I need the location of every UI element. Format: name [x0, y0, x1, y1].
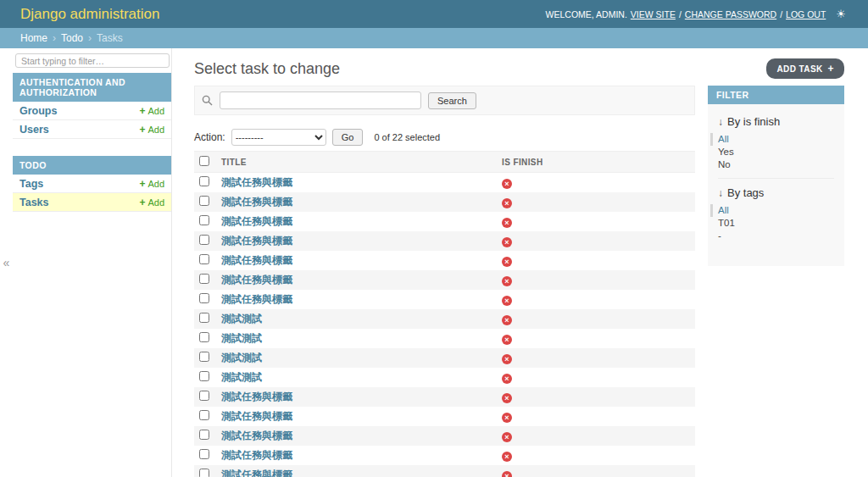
column-header-is-finish[interactable]: IS FINISH	[497, 152, 695, 173]
tags-link[interactable]: Tags	[19, 178, 43, 190]
task-title-link[interactable]: 測試任務與標籤	[221, 410, 292, 422]
sidebar-item-groups[interactable]: Groups + Add	[13, 102, 171, 120]
search-input[interactable]	[220, 92, 421, 109]
row-select-cell	[194, 368, 216, 387]
filter-option-all-link[interactable]: All	[718, 134, 729, 144]
sidebar-filter-input[interactable]	[15, 53, 170, 68]
row-select-checkbox[interactable]	[199, 293, 209, 303]
task-title-link[interactable]: 測試任務與標籤	[221, 176, 292, 188]
select-all-cell	[194, 152, 216, 173]
task-table-body: 測試任務與標籤×測試任務與標籤×測試任務與標籤×測試任務與標籤×測試任務與標籤×…	[194, 173, 695, 477]
row-select-checkbox[interactable]	[199, 371, 209, 381]
site-title[interactable]: Django administration	[20, 6, 159, 23]
task-title-link[interactable]: 測試任務與標籤	[221, 235, 292, 247]
link-separator: /	[780, 9, 782, 19]
add-task-button[interactable]: ADD TASK +	[766, 58, 844, 79]
row-select-cell	[194, 173, 216, 193]
groups-link[interactable]: Groups	[19, 105, 57, 117]
row-select-cell	[194, 387, 216, 407]
row-select-checkbox[interactable]	[199, 410, 209, 420]
row-select-checkbox[interactable]	[199, 352, 209, 362]
task-title-link[interactable]: 測試測試	[221, 332, 262, 344]
go-button[interactable]: Go	[332, 129, 364, 146]
filter-option: Yes	[718, 146, 834, 158]
row-select-checkbox[interactable]	[199, 176, 209, 186]
add-group-link[interactable]: + Add	[139, 105, 164, 117]
search-toolbar: Search	[194, 86, 695, 115]
task-title-link[interactable]: 測試任務與標籤	[221, 430, 292, 441]
row-select-cell	[194, 407, 216, 426]
task-title-cell: 測試任務與標籤	[216, 290, 497, 309]
sidebar-item-users[interactable]: Users + Add	[13, 120, 171, 139]
sidebar-item-tags[interactable]: Tags + Add	[13, 175, 171, 193]
theme-toggle-icon[interactable]: ☀	[836, 8, 846, 20]
row-select-checkbox[interactable]	[199, 274, 209, 284]
task-title-cell: 測試任務與標籤	[216, 231, 497, 251]
filter-heading-tags[interactable]: ↓ By tags	[718, 186, 834, 199]
filter-heading-is-finish[interactable]: ↓ By is finish	[718, 115, 834, 128]
page-body: « AUTHENTICATION AND AUTHORIZATION Group…	[0, 48, 868, 477]
is-finish-cell: ×	[497, 290, 695, 309]
is-finish-false-icon: ×	[502, 452, 512, 462]
breadcrumb-home-link[interactable]: Home	[20, 32, 47, 44]
logout-link[interactable]: LOG OUT	[786, 9, 826, 19]
search-button[interactable]: Search	[428, 92, 476, 109]
filter-option-all-link[interactable]: All	[718, 205, 729, 215]
task-title-link[interactable]: 測試測試	[221, 313, 262, 324]
task-title-link[interactable]: 測試任務與標籤	[221, 449, 292, 461]
row-select-checkbox[interactable]	[199, 313, 209, 323]
row-select-checkbox[interactable]	[199, 391, 209, 401]
filter-option-no-link[interactable]: No	[718, 159, 731, 169]
nav-sidebar-content: AUTHENTICATION AND AUTHORIZATION Groups …	[13, 48, 171, 477]
users-link[interactable]: Users	[19, 124, 49, 136]
row-select-checkbox[interactable]	[199, 235, 209, 245]
table-row: 測試任務與標籤×	[194, 465, 695, 477]
row-select-checkbox[interactable]	[199, 254, 209, 264]
task-title-link[interactable]: 測試任務與標籤	[221, 274, 292, 286]
filter-option-yes-link[interactable]: Yes	[718, 147, 734, 157]
row-select-checkbox[interactable]	[199, 196, 209, 206]
change-password-link[interactable]: CHANGE PASSWORD	[685, 9, 776, 19]
add-task-link[interactable]: + Add	[139, 197, 164, 208]
task-title-link[interactable]: 測試測試	[221, 371, 262, 383]
filter-options-is-finish: All Yes No	[718, 133, 834, 179]
is-finish-false-icon: ×	[502, 315, 512, 325]
results-table: TITLE IS FINISH 測試任務與標籤×測試任務與標籤×測試任務與標籤×…	[194, 151, 695, 477]
row-select-cell	[194, 426, 216, 446]
table-row: 測試測試×	[194, 309, 695, 329]
breadcrumb: Home › Todo › Tasks	[0, 28, 868, 48]
task-title-link[interactable]: 測試任務與標籤	[221, 391, 292, 402]
changelist: Search Action: --------- Go 0 of 22 sele…	[194, 86, 844, 477]
breadcrumb-todo-link[interactable]: Todo	[61, 32, 83, 44]
row-select-cell	[194, 329, 216, 348]
task-title-link[interactable]: 測試測試	[221, 352, 262, 363]
add-tag-link[interactable]: + Add	[139, 178, 164, 190]
add-user-link[interactable]: + Add	[139, 124, 164, 136]
filter-option-t01-link[interactable]: T01	[718, 218, 735, 228]
sidebar-item-tasks[interactable]: Tasks + Add	[13, 193, 171, 212]
task-title-link[interactable]: 測試任務與標籤	[221, 196, 292, 208]
task-title-link[interactable]: 測試任務與標籤	[221, 469, 292, 477]
tasks-link[interactable]: Tasks	[19, 197, 49, 208]
sidebar-collapse-toggle[interactable]: «	[0, 48, 13, 477]
action-select[interactable]: ---------	[231, 129, 326, 146]
is-finish-cell: ×	[497, 329, 695, 348]
row-select-checkbox[interactable]	[199, 332, 209, 342]
row-select-checkbox[interactable]	[199, 469, 209, 477]
task-title-link[interactable]: 測試任務與標籤	[221, 293, 292, 305]
row-select-checkbox[interactable]	[199, 430, 209, 440]
row-select-cell	[194, 270, 216, 290]
select-all-checkbox[interactable]	[199, 156, 209, 166]
column-header-title[interactable]: TITLE	[216, 152, 497, 173]
task-title-link[interactable]: 測試任務與標籤	[221, 215, 292, 227]
view-site-link[interactable]: VIEW SITE	[631, 9, 676, 19]
task-title-link[interactable]: 測試任務與標籤	[221, 254, 292, 266]
row-select-cell	[194, 465, 216, 477]
row-select-checkbox[interactable]	[199, 449, 209, 459]
filter-option-dash-link[interactable]: -	[718, 230, 721, 241]
task-title-cell: 測試任務與標籤	[216, 251, 497, 270]
header: Django administration WELCOME, ADMIN. VI…	[0, 0, 868, 28]
row-select-checkbox[interactable]	[199, 215, 209, 225]
is-finish-false-icon: ×	[502, 237, 512, 247]
header-row: TITLE IS FINISH	[194, 152, 695, 173]
